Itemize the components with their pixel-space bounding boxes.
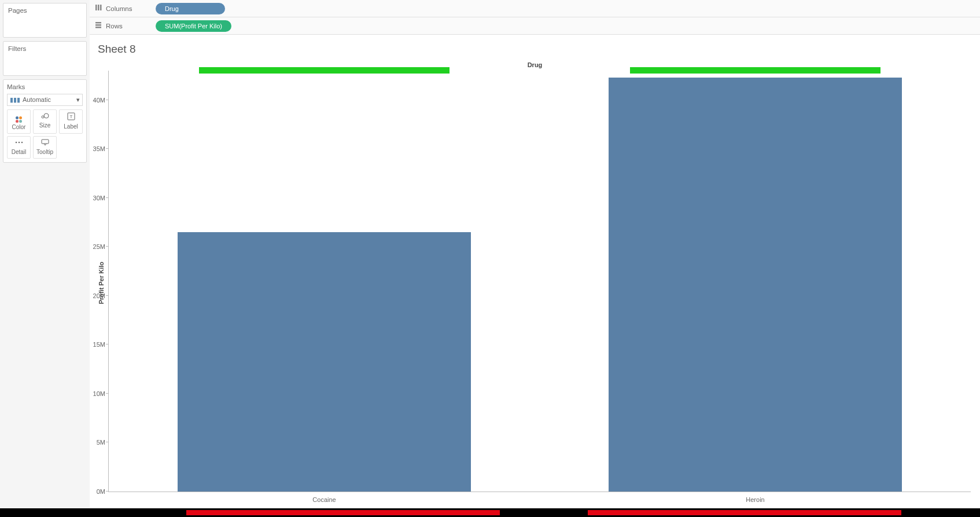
rows-label: Rows — [106, 23, 123, 30]
marks-title: Marks — [7, 83, 83, 90]
marks-tooltip-label: Tooltip — [36, 149, 53, 155]
marks-detail-label: Detail — [12, 149, 27, 155]
filters-title: Filters — [8, 45, 82, 52]
columns-icon — [94, 3, 102, 13]
pages-title: Pages — [8, 7, 82, 14]
side-panels: Pages Filters Marks ▮▮▮Automatic ▾ Color — [0, 0, 90, 508]
rows-icon — [94, 21, 102, 31]
pill-label: SUM(Profit Per Kilo) — [165, 23, 222, 30]
marks-type-label: Automatic — [23, 96, 51, 103]
size-icon — [34, 112, 56, 121]
svg-text:T: T — [69, 114, 72, 119]
sheet-title[interactable]: Sheet 8 — [98, 43, 973, 56]
svg-point-6 — [21, 142, 22, 143]
marks-card: Marks ▮▮▮Automatic ▾ Color Size — [3, 79, 87, 163]
x-tick-label: Cocaine — [312, 496, 336, 503]
svg-rect-13 — [95, 27, 101, 28]
chart-plot[interactable]: 0M5M10M15M20M25M30M35M40MCocaineHeroin — [108, 71, 971, 492]
bar-heroin[interactable] — [609, 78, 902, 492]
marks-color-button[interactable]: Color — [7, 109, 31, 134]
worksheet-area: Columns Drug Rows SUM(Profit Per Kilo) S… — [90, 0, 980, 508]
rows-shelf[interactable]: Rows SUM(Profit Per Kilo) — [90, 17, 980, 35]
y-tick-label: 25M — [82, 243, 105, 250]
y-tick-label: 30M — [82, 195, 105, 201]
marks-detail-button[interactable]: Detail — [7, 136, 31, 159]
reference-band — [630, 67, 880, 74]
marks-type-select[interactable]: ▮▮▮Automatic ▾ — [7, 94, 83, 106]
svg-rect-8 — [95, 5, 97, 10]
svg-rect-11 — [95, 22, 101, 24]
filters-shelf[interactable]: Filters — [3, 41, 87, 76]
marks-label-button[interactable]: T Label — [59, 109, 83, 134]
columns-pill-drug[interactable]: Drug — [156, 3, 225, 14]
reference-band — [199, 67, 449, 74]
y-tick-label: 10M — [82, 390, 105, 397]
x-tick-label: Heroin — [746, 496, 764, 503]
marks-tooltip-button[interactable]: Tooltip — [33, 136, 57, 159]
columns-shelf[interactable]: Columns Drug — [90, 0, 980, 17]
svg-point-1 — [44, 113, 49, 118]
chevron-down-icon: ▾ — [76, 96, 80, 104]
tooltip-icon — [34, 139, 56, 148]
svg-point-0 — [42, 116, 44, 118]
marks-size-label: Size — [39, 122, 50, 129]
chart-area[interactable]: Drug Profit Per Kilo 0M5M10M15M20M25M30M… — [97, 58, 973, 508]
svg-rect-9 — [98, 5, 100, 10]
svg-point-5 — [18, 142, 19, 143]
pages-shelf[interactable]: Pages — [3, 3, 87, 38]
y-tick-label: 35M — [82, 145, 105, 152]
svg-point-4 — [15, 142, 16, 143]
marks-color-label: Color — [12, 124, 26, 130]
svg-rect-12 — [95, 24, 101, 26]
color-icon — [8, 112, 30, 123]
svg-rect-7 — [42, 140, 49, 144]
y-tick-label: 40M — [82, 97, 105, 104]
y-tick-label: 0M — [82, 488, 105, 495]
y-tick-label: 20M — [82, 292, 105, 299]
marks-label-label: Label — [64, 123, 78, 130]
marks-size-button[interactable]: Size — [33, 109, 57, 134]
bottom-strip — [0, 508, 980, 517]
label-icon: T — [60, 112, 82, 122]
rows-pill-profit[interactable]: SUM(Profit Per Kilo) — [156, 20, 231, 32]
y-tick-label: 15M — [82, 341, 105, 348]
svg-rect-10 — [100, 5, 102, 10]
bar-chart-icon: ▮▮▮ — [10, 96, 20, 103]
y-tick-label: 5M — [82, 439, 105, 446]
pill-label: Drug — [165, 5, 179, 12]
detail-icon — [8, 139, 30, 148]
bar-cocaine[interactable] — [178, 232, 471, 492]
columns-label: Columns — [106, 5, 132, 12]
